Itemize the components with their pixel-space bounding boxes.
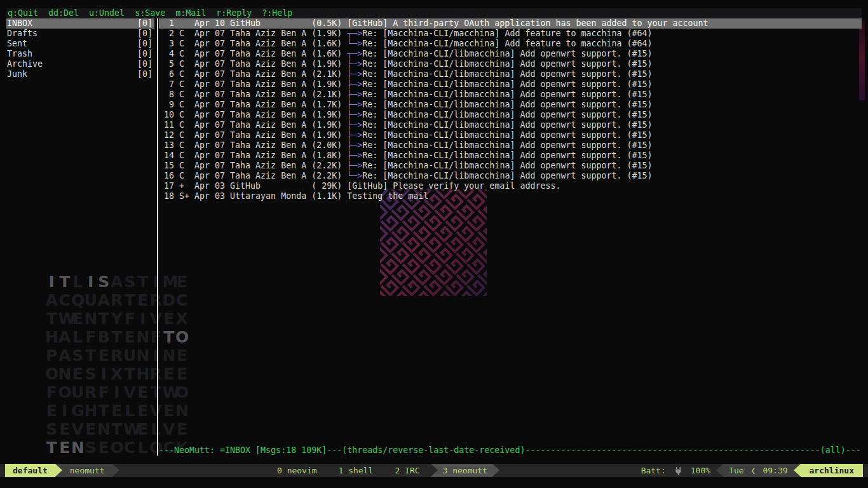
mail-row-meta: 6 C Apr 07 Taha Aziz Ben A (2.1K) [159,69,347,79]
mail-subject: Re: [Macchina-CLI/libmacchina] Add openw… [362,171,652,180]
neomutt-terminal: q:Quit dd:Del u:Undel s:Save m:Mail r:Re… [0,0,868,488]
mail-row-14[interactable]: 14 C Apr 07 Taha Aziz Ben A (1.8K) ├─>Re… [159,151,862,161]
mail-row-8[interactable]: 8 C Apr 07 Taha Aziz Ben A (2.1K) ├─>Re:… [159,90,862,100]
mail-subject: Re: [Macchina-CLI/libmacchina] Add openw… [362,120,652,130]
mail-row-meta: 8 C Apr 07 Taha Aziz Ben A (2.1K) [159,90,347,99]
power-plug-icon [672,464,685,477]
mail-row-12[interactable]: 12 C Apr 07 Taha Aziz Ben A (1.9K) ├─>Re… [159,130,862,140]
mailbox-count: [0] [137,69,153,79]
mailbox-count: [0] [137,59,153,69]
hostname-label: archlinux [810,464,854,477]
mailbox-name: Archive [7,59,43,69]
tmux-status-bar: default neomutt 0 neovim1 shell2 IRC3 ne… [0,464,868,477]
tmux-mode-indicator: neomutt [62,464,112,477]
mail-row-meta: 10 C Apr 07 Taha Aziz Ben A (1.9K) [159,110,347,119]
thread-tree-icon: ├─> [347,130,362,140]
thread-tree-icon: ├─> [347,140,362,150]
mail-row-meta: 12 C Apr 07 Taha Aziz Ben A (1.9K) [159,130,347,140]
mailbox-name: Drafts [7,29,37,39]
mail-subject: Re: [Macchina-CLI/libmacchina] Add openw… [362,49,652,58]
thread-tree-icon: ├─> [347,110,362,119]
mailbox-name: Trash [7,49,32,59]
mail-row-meta: 13 C Apr 07 Taha Aziz Ben A (2.0K) [159,140,347,150]
mail-row-meta: 9 C Apr 07 Taha Aziz Ben A (1.7K) [159,100,347,109]
battery-percentage: 100% [685,464,716,477]
mail-row-meta: 7 C Apr 07 Taha Aziz Ben A (1.9K) [159,79,347,89]
mail-index-list: 1 Apr 10 GitHub (0.5K) [GitHub] A third-… [159,18,862,201]
thread-tree-icon: ├─> [347,151,362,160]
mail-subject: Re: [Macchina-CLI/libmacchina] Add openw… [362,59,652,69]
sidebar-item-drafts[interactable]: Drafts[0] [6,29,154,39]
mail-row-2[interactable]: 2 C Apr 07 Taha Aziz Ben A (1.9K) ┬─>Re:… [159,29,862,39]
mail-row-meta: 1 Apr 10 GitHub (0.5K) [159,18,347,28]
session-label: default [13,464,48,477]
mail-subject: Re: [Macchina-CLI/libmacchina] Add openw… [362,79,652,89]
thread-tree-icon: ├─> [347,100,362,109]
thread-tree-icon: ├─> [347,59,362,69]
chevron-left-icon: ❮ [750,464,757,477]
mail-row-meta: 17 + Apr 03 GitHub ( 29K) [159,181,347,191]
mail-row-6[interactable]: 6 C Apr 07 Taha Aziz Ben A (2.1K) ├─>Re:… [159,69,862,79]
mail-row-10[interactable]: 10 C Apr 07 Taha Aziz Ben A (1.9K) ├─>Re… [159,110,862,120]
tmux-window-2-IRC[interactable]: 2 IRC [384,464,430,477]
sidebar-item-junk[interactable]: Junk[0] [6,69,154,79]
thread-tree-icon: ┬─> [347,49,362,58]
mail-subject: Re: [Macchina-CLI/libmacchina] Add openw… [362,130,652,140]
mail-row-7[interactable]: 7 C Apr 07 Taha Aziz Ben A (1.9K) ├─>Re:… [159,79,862,90]
battery-label: Batt: [635,464,672,477]
sidebar-item-sent[interactable]: Sent[0] [6,39,154,49]
tmux-window-list: 0 neovim1 shell2 IRC3 neomutt [110,464,656,477]
mail-row-meta: 16 C Apr 07 Taha Aziz Ben A (2.2K) [159,171,347,180]
mail-row-16[interactable]: 16 C Apr 07 Taha Aziz Ben A (2.2K) └─>Re… [159,171,862,181]
neomutt-help-bar: q:Quit dd:Del u:Undel s:Save m:Mail r:Re… [6,8,862,18]
neomutt-status-line: ---NeoMutt: =INBOX [Msgs:18 109K]---(thr… [159,445,865,456]
mail-row-5[interactable]: 5 C Apr 07 Taha Aziz Ben A (1.9K) ├─>Re:… [159,59,862,69]
mode-label: neomutt [70,464,105,477]
mail-row-4[interactable]: 4 C Apr 07 Taha Aziz Ben A (1.6K) ┬─>Re:… [159,49,862,59]
mailbox-count: [0] [137,49,153,59]
mail-subject: Re: [Macchina-CLI/macchina] Add feature … [362,39,652,48]
mail-subject: Re: [Macchina-CLI/libmacchina] Add openw… [362,110,652,119]
tmux-window-0-neovim[interactable]: 0 neovim [266,464,328,477]
sidebar-item-inbox[interactable]: INBOX[0] [6,18,154,29]
thread-tree-icon: └─> [347,171,362,180]
mail-row-meta: 18 S+ Apr 03 Uttarayan Monda (1.1K) [159,191,347,201]
mailbox-count: [0] [137,39,153,49]
tmux-left-section: default neomutt [0,464,119,477]
mail-row-meta: 15 C Apr 07 Taha Aziz Ben A (2.2K) [159,161,347,170]
tmux-window-1-shell[interactable]: 1 shell [328,464,384,477]
mail-row-meta: 5 C Apr 07 Taha Aziz Ben A (1.9K) [159,59,347,69]
thread-tree-icon: ┬─> [347,29,362,38]
thread-tree-icon: ├─> [347,90,362,99]
sidebar-separator [157,18,158,456]
tmux-session-name[interactable]: default [5,464,55,477]
date-time-segment: Tue ❮ 09:39 [723,464,793,477]
mail-row-11[interactable]: 11 C Apr 07 Taha Aziz Ben A (1.9K) ├─>Re… [159,120,862,130]
sidebar-item-trash[interactable]: Trash[0] [6,49,154,59]
mail-row-3[interactable]: 3 C Apr 07 Taha Aziz Ben A (1.6K) └─>Re:… [159,39,862,49]
mail-row-13[interactable]: 13 C Apr 07 Taha Aziz Ben A (2.0K) ├─>Re… [159,140,862,151]
mailbox-count: [0] [137,18,153,29]
sidebar-item-archive[interactable]: Archive[0] [6,59,154,69]
thread-tree-icon: └─> [347,39,362,48]
tmux-right-section: Batt: 100% Tue ❮ 09:39 archlinux [635,464,868,477]
mail-subject: Re: [Macchina-CLI/libmacchina] Add openw… [362,151,652,160]
mail-row-18[interactable]: 18 S+ Apr 03 Uttarayan Monda (1.1K) Test… [159,191,862,201]
mailbox-count: [0] [137,29,153,39]
desktop-screen: ITLISASTIMEACQUARTERDCTWENTYFIVEXHALFBTE… [0,0,868,488]
mail-row-1[interactable]: 1 Apr 10 GitHub (0.5K) [GitHub] A third-… [159,18,862,29]
mail-row-meta: 14 C Apr 07 Taha Aziz Ben A (1.8K) [159,151,347,160]
mail-row-meta: 3 C Apr 07 Taha Aziz Ben A (1.6K) [159,39,347,48]
mail-subject: Re: [Macchina-CLI/libmacchina] Add openw… [362,90,652,99]
mail-row-meta: 4 C Apr 07 Taha Aziz Ben A (1.6K) [159,49,347,58]
mail-row-17[interactable]: 17 + Apr 03 GitHub ( 29K) [GitHub] Pleas… [159,181,862,191]
mail-row-9[interactable]: 9 C Apr 07 Taha Aziz Ben A (1.7K) ├─>Re:… [159,100,862,110]
mail-row-15[interactable]: 15 C Apr 07 Taha Aziz Ben A (2.2K) ├─>Re… [159,161,862,171]
mail-subject: Re: [Macchina-CLI/libmacchina] Add openw… [362,100,652,109]
day-label: Tue [723,464,749,477]
mail-subject: Testing the mail [347,191,428,201]
tmux-window-active-3-neomutt[interactable]: 3 neomutt [431,464,499,477]
mail-subject: Re: [Macchina-CLI/libmacchina] Add openw… [362,69,652,79]
hostname-segment: archlinux [801,464,863,477]
mail-row-meta: 2 C Apr 07 Taha Aziz Ben A (1.9K) [159,29,347,38]
